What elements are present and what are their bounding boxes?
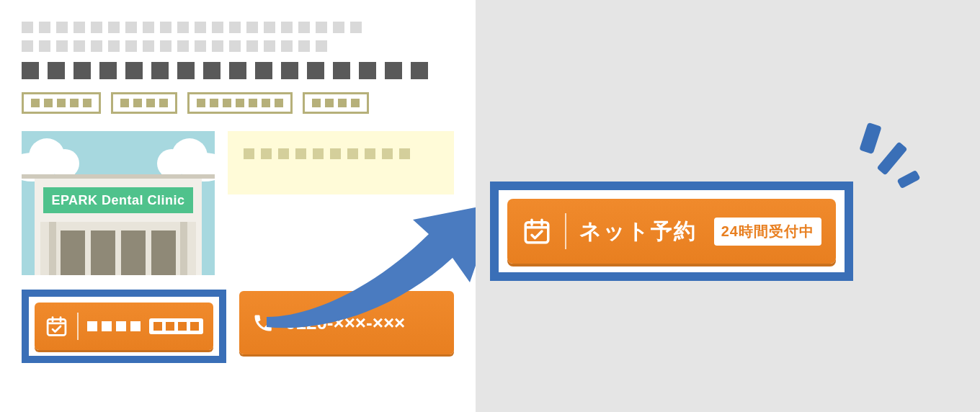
phone-number: 0120-×××-×××	[285, 312, 405, 334]
placeholder-text-row	[22, 22, 454, 33]
reserve-button-label: ネット予約	[579, 217, 697, 246]
reserve-button-badge: 24時間受付中	[714, 218, 821, 246]
phone-button[interactable]: 0120-×××-×××	[239, 291, 454, 354]
tag-chip	[22, 92, 101, 114]
diagram-stage: EPARK Dental Clinic	[0, 0, 980, 412]
placeholder-heading-row	[22, 62, 454, 79]
tag-chip	[303, 92, 369, 114]
calendar-check-icon	[522, 216, 552, 246]
reserve-button-callout: ネット予約 24時間受付中	[490, 182, 853, 281]
zoom-panel: ネット予約 24時間受付中	[476, 0, 980, 412]
tag-chip	[111, 92, 177, 114]
clinic-sign: EPARK Dental Clinic	[43, 187, 193, 213]
reserve-button-small[interactable]	[35, 303, 213, 350]
emphasis-lines-icon	[834, 124, 921, 189]
reserve-label-placeholder	[87, 321, 141, 331]
reserve-button-highlight	[22, 290, 226, 363]
clinic-illustration: EPARK Dental Clinic	[22, 131, 215, 275]
reserve-badge-placeholder	[149, 318, 203, 334]
placeholder-text-row	[22, 40, 454, 52]
description-placeholder	[228, 131, 454, 194]
calendar-check-icon	[45, 314, 68, 339]
tag-chip	[187, 92, 293, 114]
svg-rect-1	[525, 223, 548, 243]
phone-icon	[252, 312, 274, 333]
svg-rect-0	[48, 319, 66, 335]
tag-row	[22, 92, 454, 114]
mock-page-panel: EPARK Dental Clinic	[0, 0, 476, 412]
reserve-button-large[interactable]: ネット予約 24時間受付中	[507, 199, 836, 264]
